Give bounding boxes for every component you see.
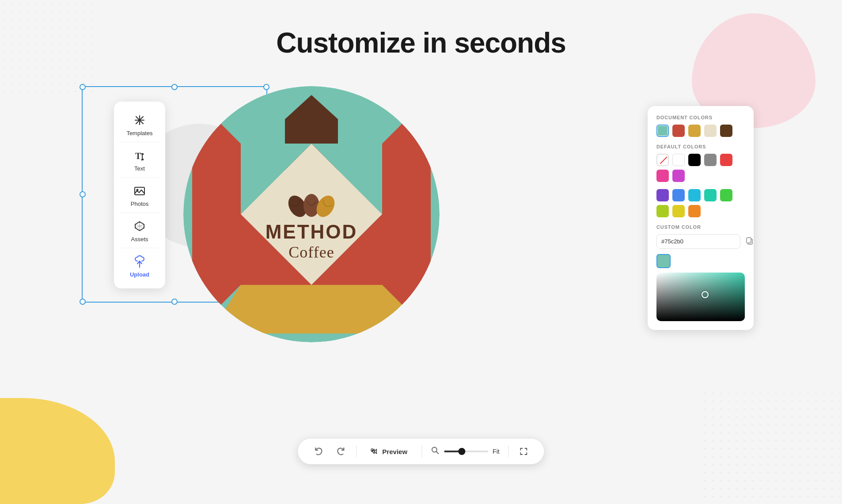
page-title: Customize in seconds [0,27,842,59]
tool-label-text: Text [134,165,145,172]
custom-color-label: CUSTOM COLOR [656,224,745,230]
bg-yellow-blob [0,398,115,504]
zoom-slider[interactable] [444,451,488,452]
svg-line-35 [436,451,439,454]
default-swatch-lime[interactable] [656,205,669,217]
gradient-thumb[interactable] [702,291,709,298]
text-icon: T [133,149,146,163]
doc-swatch-gold[interactable] [688,125,701,137]
default-colors-row2 [656,189,745,217]
tool-item-templates[interactable]: Templates [114,107,165,142]
custom-color-input-row [656,234,745,249]
selected-color-preview[interactable] [656,254,671,268]
tool-label-templates: Templates [126,130,152,136]
toolbar-separator-1 [356,445,357,458]
zoom-area: Fit [431,446,500,457]
svg-text:METHOD: METHOD [265,221,358,243]
default-colors-label: DEFAULT COLORS [656,144,745,149]
default-swatch-green[interactable] [720,189,732,201]
handle-topmiddle[interactable] [171,84,178,90]
preview-button[interactable]: Preview [365,445,413,458]
bottom-toolbar: Preview Fit [298,439,544,464]
handle-bottommiddle[interactable] [171,299,178,305]
handle-middleleft[interactable] [80,191,86,197]
tool-item-assets[interactable]: Assets [114,213,165,248]
tool-label-upload: Upload [130,271,149,278]
preview-label: Preview [382,448,407,455]
zoom-thumb[interactable] [458,448,465,455]
tool-panel: Templates T Text Photos [114,102,165,288]
fullscreen-button[interactable] [518,445,530,458]
undo-button[interactable] [312,445,325,458]
tool-item-photos[interactable]: Photos [114,178,165,212]
upload-icon [133,255,146,269]
custom-color-input[interactable] [656,234,740,249]
gradient-picker[interactable] [656,273,745,321]
logo-canvas: METHOD Coffee [183,86,440,342]
tool-label-photos: Photos [131,201,148,207]
doc-swatch-red[interactable] [672,125,685,137]
zoom-icon [431,446,440,457]
svg-point-34 [432,447,437,452]
bg-dots-bottomright [701,389,842,504]
photos-icon [133,185,146,199]
redo-button[interactable] [334,445,347,458]
assets-icon [133,220,146,234]
default-swatch-white[interactable] [672,154,685,166]
default-swatch-none[interactable] [656,154,669,166]
default-swatch-pink[interactable] [656,170,669,182]
tool-item-upload[interactable]: Upload [114,248,165,283]
tool-item-text[interactable]: T Text [114,142,165,177]
handle-topright[interactable] [263,84,269,90]
templates-icon [133,114,146,128]
gradient-brightness-layer [656,273,745,321]
toolbar-separator-3 [508,445,509,458]
doc-swatch-teal[interactable] [656,125,669,137]
handle-topleft[interactable] [80,84,86,90]
default-swatch-orange[interactable] [688,205,701,217]
default-swatch-red[interactable] [720,154,732,166]
default-swatch-blue[interactable] [672,189,685,201]
default-swatch-gray[interactable] [704,154,717,166]
document-colors-label: DOCUMENT COLORS [656,115,745,120]
default-swatch-teal[interactable] [704,189,717,201]
svg-text:T: T [135,151,141,161]
default-swatch-magenta[interactable] [672,170,685,182]
default-swatch-black[interactable] [688,154,701,166]
fit-label: Fit [493,448,500,455]
doc-swatch-brown[interactable] [720,125,732,137]
tool-label-assets: Assets [131,236,148,243]
default-swatch-purple[interactable] [656,189,669,201]
toolbar-separator-2 [421,445,422,458]
doc-swatch-cream[interactable] [704,125,717,137]
default-swatch-cyan[interactable] [688,189,701,201]
svg-text:Coffee: Coffee [288,243,334,261]
handle-bottomleft[interactable] [80,299,86,305]
copy-color-button[interactable] [744,235,755,248]
svg-rect-31 [747,238,751,243]
default-swatch-yellow[interactable] [672,205,685,217]
default-colors-row1 [656,154,745,182]
color-picker-panel: DOCUMENT COLORS DEFAULT COLORS CUSTOM CO… [648,106,754,330]
document-colors-row [656,125,745,137]
